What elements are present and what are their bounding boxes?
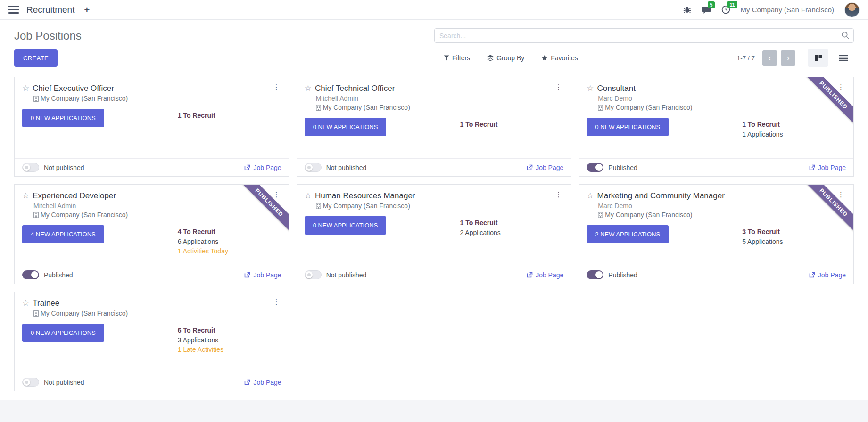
job-card[interactable]: ☆ Chief Executive Officer ⋮: [14, 77, 289, 177]
job-title: Trainee: [33, 299, 271, 308]
new-applications-button[interactable]: 0 NEW APPLICATIONS: [305, 216, 387, 235]
favorite-star-icon[interactable]: ☆: [22, 299, 29, 308]
kebab-menu-icon[interactable]: ⋮: [272, 84, 281, 91]
activities-clock-icon[interactable]: 11: [721, 5, 730, 14]
kanban-view-icon: [814, 55, 822, 62]
kanban-view-button[interactable]: [808, 49, 828, 67]
publish-toggle[interactable]: [22, 163, 39, 172]
favorite-star-icon[interactable]: ☆: [305, 84, 312, 93]
kebab-menu-icon[interactable]: ⋮: [554, 84, 563, 91]
job-company-name: My Company (San Francisco): [605, 211, 692, 219]
job-page-label: Job Page: [818, 164, 846, 171]
kebab-menu-icon[interactable]: ⋮: [272, 299, 281, 306]
layers-icon: [487, 55, 494, 61]
building-icon: [33, 212, 39, 218]
building-icon: [33, 310, 39, 316]
job-company-name: My Company (San Francisco): [41, 309, 128, 317]
external-link-icon: [809, 272, 815, 278]
new-applications-button[interactable]: 0 NEW APPLICATIONS: [22, 109, 104, 127]
job-page-link[interactable]: Job Page: [527, 164, 563, 171]
publish-toggle[interactable]: [305, 163, 322, 172]
kebab-menu-icon[interactable]: ⋮: [272, 191, 281, 198]
messages-icon[interactable]: 5: [702, 6, 711, 14]
job-page-link[interactable]: Job Page: [527, 271, 563, 279]
company-switcher[interactable]: My Company (San Francisco): [741, 6, 834, 14]
job-card[interactable]: ☆ Chief Technical Officer ⋮ Mitchell Adm…: [297, 77, 572, 177]
card-footer: Published Job Page: [579, 266, 853, 284]
favorite-star-icon[interactable]: ☆: [587, 84, 594, 93]
job-stats: 6 To Recruit3 Applications1 Late Activit…: [178, 324, 281, 354]
card-footer: Not published Job Page: [15, 373, 289, 391]
job-page-link[interactable]: Job Page: [244, 271, 281, 279]
job-page-label: Job Page: [253, 271, 281, 279]
job-page-link[interactable]: Job Page: [244, 379, 281, 386]
job-page-link[interactable]: Job Page: [244, 164, 281, 171]
main-content: Job Positions CREATE: [0, 20, 868, 400]
stat-applications: 5 Applications: [742, 237, 846, 246]
external-link-icon: [244, 379, 250, 385]
kebab-menu-icon[interactable]: ⋮: [836, 84, 846, 91]
filters-label: Filters: [452, 54, 470, 62]
new-applications-button[interactable]: 0 NEW APPLICATIONS: [305, 118, 387, 136]
screen: Recruitment + 5: [0, 0, 868, 422]
favorite-star-icon[interactable]: ☆: [587, 191, 594, 201]
user-avatar[interactable]: [844, 2, 860, 17]
card-footer: Not published Job Page: [15, 158, 289, 176]
messages-count-badge: 5: [708, 1, 715, 8]
publish-toggle[interactable]: [587, 270, 603, 279]
search-input[interactable]: [434, 28, 854, 43]
favorites-label: Favorites: [551, 54, 578, 62]
app-name-menu[interactable]: Recruitment: [26, 5, 74, 15]
job-card[interactable]: ☆ Human Resources Manager ⋮: [297, 184, 572, 284]
card-footer: Not published Job Page: [297, 158, 571, 176]
external-link-icon: [527, 272, 533, 278]
job-company-name: My Company (San Francisco): [605, 104, 692, 111]
pager-range: 1-7 / 7: [737, 55, 755, 62]
new-applications-button[interactable]: 4 NEW APPLICATIONS: [22, 225, 104, 243]
apps-menu-icon[interactable]: [8, 5, 19, 15]
job-company-name: My Company (San Francisco): [323, 104, 410, 111]
job-page-label: Job Page: [536, 164, 563, 171]
search-icon[interactable]: [841, 31, 850, 40]
card-footer: Not published Job Page: [297, 266, 571, 284]
job-page-link[interactable]: Job Page: [809, 164, 846, 171]
favorite-star-icon[interactable]: ☆: [22, 191, 29, 201]
list-view-button[interactable]: [833, 49, 854, 67]
pager-previous-button[interactable]: ‹: [762, 50, 777, 66]
plus-button[interactable]: +: [82, 5, 91, 15]
new-applications-button[interactable]: 0 NEW APPLICATIONS: [587, 118, 669, 136]
card-footer: Published Job Page: [579, 158, 853, 176]
favorites-button[interactable]: Favorites: [541, 54, 578, 62]
publish-status-label: Not published: [326, 271, 367, 279]
group-by-button[interactable]: Group By: [487, 54, 524, 62]
job-page-link[interactable]: Job Page: [809, 271, 846, 279]
favorite-star-icon[interactable]: ☆: [305, 191, 312, 201]
card-footer: Published Job Page: [15, 266, 289, 284]
publish-toggle[interactable]: [22, 270, 39, 279]
job-card[interactable]: ☆ Trainee ⋮: [14, 292, 289, 391]
job-card[interactable]: PUBLISHED ☆ Consultant ⋮ Marc Demo: [579, 77, 854, 177]
job-card[interactable]: PUBLISHED ☆ Marketing and Community Mana…: [579, 184, 854, 284]
job-card[interactable]: PUBLISHED ☆ Experienced Developer ⋮ Mitc…: [14, 184, 289, 284]
publish-status-label: Published: [608, 271, 637, 279]
debug-bug-icon[interactable]: [683, 6, 691, 14]
publish-status-label: Published: [608, 164, 637, 171]
new-applications-button[interactable]: 2 NEW APPLICATIONS: [587, 225, 669, 243]
publish-toggle[interactable]: [22, 378, 39, 387]
job-page-label: Job Page: [536, 271, 563, 279]
publish-toggle[interactable]: [305, 270, 322, 279]
kebab-menu-icon[interactable]: ⋮: [836, 191, 846, 198]
kebab-menu-icon[interactable]: ⋮: [554, 191, 563, 198]
publish-toggle[interactable]: [587, 163, 603, 172]
job-page-label: Job Page: [253, 164, 281, 171]
filters-button[interactable]: Filters: [444, 54, 470, 62]
external-link-icon: [244, 272, 250, 278]
external-link-icon: [244, 164, 250, 170]
pager-next-button[interactable]: ›: [781, 50, 795, 66]
publish-status-label: Not published: [326, 164, 367, 171]
publish-status-label: Not published: [44, 164, 84, 171]
favorite-star-icon[interactable]: ☆: [22, 84, 29, 93]
job-stats: 1 To Recruit: [460, 118, 563, 129]
create-button[interactable]: CREATE: [14, 49, 58, 67]
new-applications-button[interactable]: 0 NEW APPLICATIONS: [22, 324, 104, 342]
